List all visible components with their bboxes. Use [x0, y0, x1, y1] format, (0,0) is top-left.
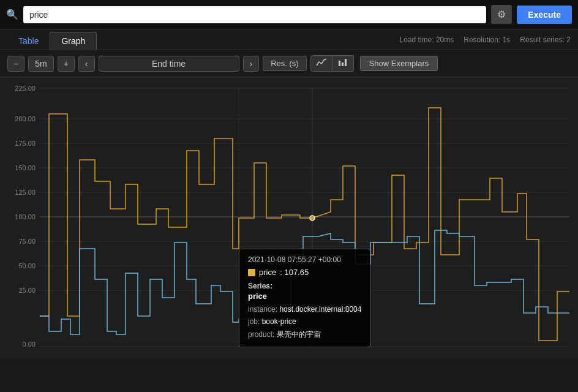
svg-rect-0: [339, 61, 340, 66]
resolution: Resolution: 1s: [464, 36, 510, 44]
search-bar: 🔍 ⚙ Execute: [0, 0, 578, 29]
show-exemplars-button[interactable]: Show Exemplars: [360, 56, 438, 71]
svg-text:225.00: 225.00: [15, 85, 36, 92]
tab-graph[interactable]: Graph: [50, 32, 97, 50]
svg-text:150.00: 150.00: [15, 164, 36, 172]
svg-text:200.00: 200.00: [15, 115, 36, 123]
svg-text:50.00: 50.00: [18, 262, 36, 270]
duration-plus-button[interactable]: +: [58, 56, 75, 72]
svg-text:125.00: 125.00: [15, 189, 36, 196]
resolution-button[interactable]: Res. (s): [263, 56, 307, 71]
prev-time-button[interactable]: ‹: [78, 56, 95, 72]
svg-point-25: [310, 216, 315, 221]
svg-rect-2: [345, 59, 347, 66]
chart-type-buttons: [310, 55, 354, 72]
search-options-button[interactable]: ⚙: [491, 5, 512, 24]
end-time-display: End time: [99, 56, 239, 72]
line-chart-icon: [316, 58, 327, 67]
bar-chart-button[interactable]: [332, 55, 354, 72]
tabs-row: Table Graph Load time: 20ms Resolution: …: [0, 29, 578, 50]
svg-text:100.00: 100.00: [15, 213, 36, 221]
next-time-button[interactable]: ›: [243, 56, 260, 72]
meta-info: Load time: 20ms Resolution: 1s Result se…: [400, 36, 571, 47]
tabs: Table Graph: [7, 32, 97, 50]
svg-rect-1: [342, 62, 343, 66]
execute-button[interactable]: Execute: [517, 6, 572, 24]
load-time: Load time: 20ms: [400, 36, 454, 44]
duration-minus-button[interactable]: −: [7, 56, 24, 72]
bar-chart-icon: [337, 58, 348, 67]
svg-text:25.00: 25.00: [18, 287, 36, 294]
result-series: Result series: 2: [520, 36, 571, 44]
toolbar: − 5m + ‹ End time › Res. (s) Show Exempl…: [0, 50, 578, 77]
search-input[interactable]: [23, 6, 486, 23]
tab-table[interactable]: Table: [7, 32, 50, 50]
duration-display: 5m: [28, 56, 53, 72]
svg-text:75.00: 75.00: [18, 238, 36, 245]
chart-svg: 225.00 200.00 175.00 150.00 125.00 100.0…: [0, 77, 578, 359]
svg-text:175.00: 175.00: [15, 140, 36, 147]
chart-container: 225.00 200.00 175.00 150.00 125.00 100.0…: [0, 77, 578, 359]
search-icon: 🔍: [6, 9, 18, 20]
svg-text:0.00: 0.00: [23, 341, 36, 348]
line-chart-button[interactable]: [310, 55, 332, 72]
